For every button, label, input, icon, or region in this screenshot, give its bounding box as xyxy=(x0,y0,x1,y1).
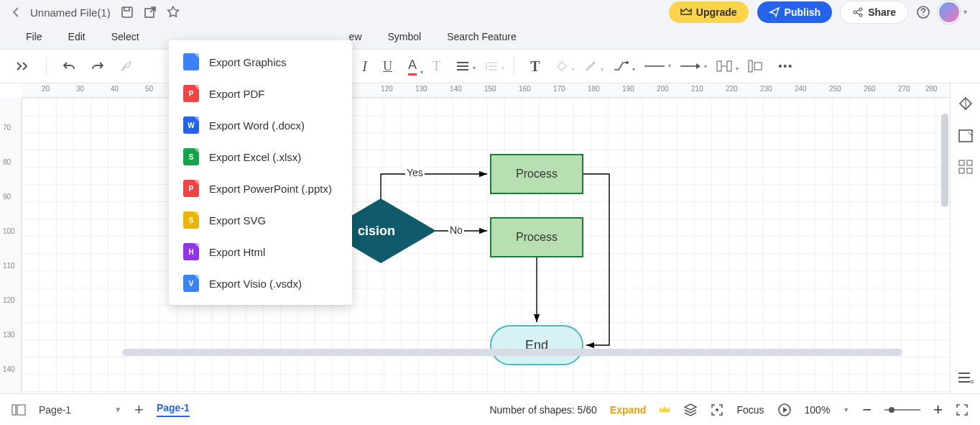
vert-scrollbar[interactable] xyxy=(941,114,948,207)
upgrade-button[interactable]: Upgrade xyxy=(669,1,749,23)
file-name[interactable]: Unnamed File(1) xyxy=(30,7,111,18)
strikethrough-icon[interactable]: T xyxy=(433,59,440,74)
title-bar: Unnamed File(1) Upgrade Publish Share ▼ xyxy=(0,0,980,24)
publish-button[interactable]: Publish xyxy=(757,1,833,23)
menu-edit[interactable]: Edit xyxy=(68,31,85,42)
fullscreen-icon[interactable] xyxy=(956,403,969,416)
undo-icon[interactable] xyxy=(63,60,75,72)
expand-right-icon[interactable] xyxy=(16,61,30,71)
menu-select[interactable]: Select xyxy=(111,31,139,42)
canvas[interactable]: 20304050 1201301401501601701801902002102… xyxy=(0,83,950,393)
export-powerpoint[interactable]: PExport PowerPoint (.pptx) xyxy=(169,173,352,204)
bottom-bar: Page-1▼ + Page-1 Number of shapes: 5/60 … xyxy=(0,393,980,425)
export-graphics[interactable]: Export Graphics xyxy=(169,46,352,78)
italic-icon[interactable]: I xyxy=(362,58,367,75)
export-svg[interactable]: SExport SVG xyxy=(169,204,352,236)
fill-icon[interactable]: ▾ xyxy=(555,60,568,73)
list-icon[interactable] xyxy=(958,372,974,383)
svg-rect-13 xyxy=(959,130,972,142)
share-button[interactable]: Share xyxy=(841,1,907,23)
page-select[interactable]: Page-1▼ xyxy=(39,404,121,416)
share-label: Share xyxy=(868,6,896,18)
grid-icon[interactable] xyxy=(958,160,973,174)
publish-label: Publish xyxy=(785,6,821,18)
svg-point-2 xyxy=(854,11,856,14)
help-icon[interactable] xyxy=(916,5,930,19)
menu-search[interactable]: Search Feature xyxy=(447,31,517,42)
edge-yes: Yes xyxy=(405,167,425,178)
svg-rect-11 xyxy=(749,60,752,72)
shape-end[interactable]: End xyxy=(490,325,583,365)
focus-icon[interactable] xyxy=(711,403,724,416)
zoom-out[interactable]: − xyxy=(862,401,872,419)
star-icon[interactable] xyxy=(167,6,180,19)
text-tool-icon[interactable]: T xyxy=(530,58,540,75)
page-tab[interactable]: Page-1 xyxy=(157,402,190,417)
right-sidebar xyxy=(950,83,980,393)
svg-point-4 xyxy=(859,14,862,17)
export-pdf[interactable]: PExport PDF xyxy=(169,78,352,109)
zoom-in[interactable]: + xyxy=(933,401,943,419)
svg-point-24 xyxy=(889,407,895,413)
more-icon[interactable]: ••• xyxy=(778,60,793,72)
svg-rect-20 xyxy=(17,405,25,415)
line-style-icon[interactable]: ▾ xyxy=(644,63,665,69)
add-page-icon[interactable]: + xyxy=(134,401,144,419)
export-visio[interactable]: VExport Visio (.vsdx) xyxy=(169,268,352,299)
user-avatar[interactable] xyxy=(939,2,959,22)
underline-icon[interactable]: U xyxy=(383,59,392,74)
menu-symbol[interactable]: Symbol xyxy=(388,31,422,42)
svg-rect-15 xyxy=(967,160,972,165)
pages-panel-icon[interactable] xyxy=(11,404,26,416)
horiz-scrollbar[interactable] xyxy=(122,349,902,356)
svg-rect-19 xyxy=(12,405,16,415)
stroke-icon[interactable]: ▾ xyxy=(584,60,597,73)
svg-point-21 xyxy=(716,408,718,411)
brush-icon[interactable] xyxy=(120,60,133,73)
toolbar: B I U A▾ T ▾ ▾ T ▾ ▾ ▾ ▾ ▾ ▾ ••• xyxy=(0,49,980,83)
svg-point-3 xyxy=(859,8,862,11)
save-icon[interactable] xyxy=(121,6,134,19)
svg-rect-0 xyxy=(122,7,132,17)
menu-file[interactable]: File xyxy=(26,31,42,42)
layers-icon[interactable] xyxy=(683,403,698,416)
crown-icon xyxy=(659,406,670,414)
theme-icon[interactable] xyxy=(958,96,974,112)
text-color-icon[interactable]: A▾ xyxy=(408,58,417,76)
menu-bar: File Edit Select ew Symbol Search Featur… xyxy=(0,24,980,49)
expand-link[interactable]: Expand xyxy=(610,404,647,416)
redo-icon[interactable] xyxy=(91,60,104,72)
export-word[interactable]: WExport Word (.docx) xyxy=(169,109,352,141)
chevron-down-icon[interactable]: ▼ xyxy=(962,9,969,16)
svg-point-6 xyxy=(626,61,629,64)
line-height-icon[interactable]: ▾ xyxy=(485,61,498,71)
shapes-count: Number of shapes: 5/60 xyxy=(489,404,596,416)
shape-process-1[interactable]: Process xyxy=(490,154,583,194)
svg-rect-14 xyxy=(959,160,964,165)
zoom-level[interactable]: 100% xyxy=(805,404,831,416)
export-menu: Export Graphics PExport PDF WExport Word… xyxy=(169,40,352,305)
svg-rect-9 xyxy=(717,61,721,71)
arrow-style-icon[interactable]: ▾ xyxy=(680,63,701,70)
back-icon[interactable] xyxy=(11,7,20,17)
ruler-left: 708090100110120130140 xyxy=(0,98,22,393)
upgrade-label: Upgrade xyxy=(696,6,737,18)
edge-no: No xyxy=(448,224,464,236)
shape-process-2[interactable]: Process xyxy=(490,217,583,257)
svg-rect-16 xyxy=(959,168,964,173)
align-icon[interactable]: ▾ xyxy=(456,61,469,71)
svg-point-18 xyxy=(971,380,974,383)
zoom-slider[interactable] xyxy=(884,407,920,413)
svg-rect-17 xyxy=(967,168,972,173)
image-icon[interactable] xyxy=(958,128,974,144)
ruler-top: 20304050 1201301401501601701801902002102… xyxy=(22,83,950,98)
focus-label[interactable]: Focus xyxy=(736,404,764,416)
open-external-icon[interactable] xyxy=(144,6,157,19)
position-icon[interactable] xyxy=(748,60,762,73)
spacing-icon[interactable]: ▾ xyxy=(716,60,732,72)
export-excel[interactable]: SExport Excel (.xlsx) xyxy=(169,141,352,173)
export-html[interactable]: HExport Html xyxy=(169,236,352,268)
connector-icon[interactable]: ▾ xyxy=(613,60,629,73)
svg-rect-10 xyxy=(727,61,731,71)
play-icon[interactable] xyxy=(777,403,792,417)
